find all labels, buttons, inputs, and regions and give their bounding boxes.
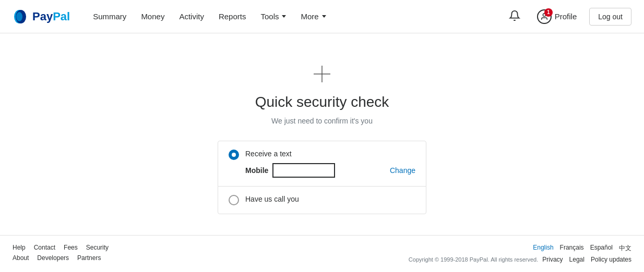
paypal-logo: PayPal bbox=[13, 8, 70, 25]
navbar: PayPal Summary Money Activity Reports To… bbox=[0, 0, 644, 33]
footer-link-help[interactable]: Help bbox=[13, 244, 26, 251]
receive-text-content: Receive a text Mobile Change bbox=[245, 150, 415, 178]
svg-point-2 bbox=[16, 12, 22, 21]
call-you-content: Have us call you bbox=[245, 195, 415, 203]
nav-item-activity[interactable]: Activity bbox=[173, 8, 210, 25]
receive-text-label: Receive a text bbox=[245, 150, 415, 158]
page-subtitle: We just need to confirm it's you bbox=[271, 117, 373, 125]
footer-link-fees[interactable]: Fees bbox=[64, 244, 78, 251]
profile-button[interactable]: 1 Profile bbox=[533, 5, 581, 28]
nav-item-summary[interactable]: Summary bbox=[87, 8, 133, 25]
profile-label: Profile bbox=[555, 12, 577, 21]
logo-area[interactable]: PayPal bbox=[13, 8, 70, 25]
nav-item-tools[interactable]: Tools bbox=[254, 8, 292, 25]
footer-link-contact[interactable]: Contact bbox=[34, 244, 55, 251]
profile-icon: 1 bbox=[537, 9, 552, 24]
notification-badge: 1 bbox=[544, 8, 553, 17]
footer-links-row2: About Developers Partners bbox=[13, 254, 109, 262]
page-title: Quick security check bbox=[255, 94, 389, 110]
footer-policy-row: Privacy Legal Policy updates bbox=[542, 256, 631, 263]
footer: Help Contact Fees Security About Develop… bbox=[0, 235, 644, 271]
footer-link-security[interactable]: Security bbox=[86, 244, 109, 251]
mobile-row: Mobile Change bbox=[245, 163, 415, 178]
call-you-option: Have us call you bbox=[218, 187, 426, 214]
nav-right: 1 Profile Log out bbox=[505, 5, 631, 28]
receive-text-radio[interactable] bbox=[229, 150, 239, 160]
lang-francais[interactable]: Français bbox=[560, 244, 584, 253]
lang-espanol[interactable]: Español bbox=[590, 244, 613, 253]
logout-button[interactable]: Log out bbox=[589, 8, 631, 26]
tools-chevron-icon bbox=[282, 15, 286, 18]
crosshair-icon bbox=[313, 65, 331, 83]
nav-item-reports[interactable]: Reports bbox=[212, 8, 253, 25]
receive-text-option: Receive a text Mobile Change bbox=[218, 141, 426, 187]
call-you-radio[interactable] bbox=[229, 195, 239, 205]
mobile-input-wrapper: Mobile bbox=[245, 163, 335, 178]
footer-link-partners[interactable]: Partners bbox=[77, 254, 101, 262]
paypal-logo-text: PayPal bbox=[32, 10, 70, 23]
footer-copyright: Copyright © 1999-2018 PayPal. All rights… bbox=[409, 256, 538, 263]
lang-chinese[interactable]: 中文 bbox=[619, 244, 631, 253]
footer-link-privacy[interactable]: Privacy bbox=[542, 256, 563, 263]
call-you-label: Have us call you bbox=[245, 195, 415, 203]
nav-item-money[interactable]: Money bbox=[135, 8, 171, 25]
footer-link-about[interactable]: About bbox=[13, 254, 29, 262]
footer-right: English Français Español 中文 Copyright © … bbox=[409, 244, 631, 263]
footer-language-row: English Français Español 中文 bbox=[533, 244, 631, 253]
nav-links: Summary Money Activity Reports Tools Mor… bbox=[87, 8, 505, 25]
security-card: Receive a text Mobile Change Have us cal… bbox=[218, 141, 426, 214]
footer-link-policy-updates[interactable]: Policy updates bbox=[591, 256, 631, 263]
paypal-logo-icon bbox=[13, 8, 29, 25]
mobile-input[interactable] bbox=[272, 163, 335, 178]
lang-english[interactable]: English bbox=[533, 244, 553, 253]
change-link[interactable]: Change bbox=[390, 166, 415, 175]
footer-link-developers[interactable]: Developers bbox=[37, 254, 69, 262]
nav-item-more[interactable]: More bbox=[294, 8, 332, 25]
footer-link-legal[interactable]: Legal bbox=[569, 256, 585, 263]
footer-links-row1: Help Contact Fees Security bbox=[13, 244, 109, 251]
footer-left: Help Contact Fees Security About Develop… bbox=[13, 244, 109, 262]
bell-icon bbox=[509, 10, 520, 21]
notifications-button[interactable] bbox=[505, 6, 524, 27]
main-content: Quick security check We just need to con… bbox=[0, 33, 644, 235]
more-chevron-icon bbox=[322, 15, 326, 18]
mobile-label: Mobile bbox=[245, 166, 268, 175]
